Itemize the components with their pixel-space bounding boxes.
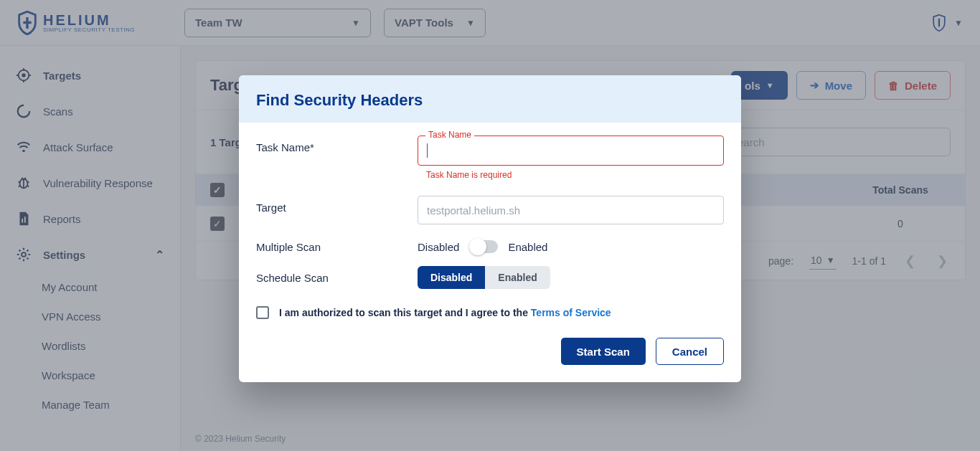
authorize-text: I am authorized to scan this target and … <box>279 307 611 318</box>
multiple-scan-on-label: Enabled <box>508 241 547 253</box>
multiple-scan-label: Multiple Scan <box>256 241 418 253</box>
start-scan-button[interactable]: Start Scan <box>561 338 646 365</box>
target-input[interactable]: testportal.helium.sh <box>418 196 724 224</box>
modal-overlay[interactable]: Find Security Headers Task Name* Task Na… <box>0 0 980 451</box>
multiple-scan-toggle[interactable] <box>469 240 498 253</box>
target-label: Target <box>256 196 418 214</box>
target-value: testportal.helium.sh <box>427 204 520 217</box>
task-name-input[interactable]: Task Name <box>418 136 724 166</box>
modal-title: Find Security Headers <box>256 91 724 110</box>
find-security-headers-modal: Find Security Headers Task Name* Task Na… <box>239 75 741 382</box>
schedule-disabled-button[interactable]: Disabled <box>418 266 485 289</box>
schedule-scan-label: Schedule Scan <box>256 272 418 284</box>
terms-of-service-link[interactable]: Terms of Service <box>531 307 611 318</box>
task-name-label: Task Name* <box>256 136 418 153</box>
authorize-checkbox[interactable] <box>256 306 269 319</box>
schedule-enabled-button[interactable]: Enabled <box>485 266 550 289</box>
text-cursor <box>427 143 428 158</box>
task-name-error: Task Name is required <box>426 170 724 180</box>
task-name-legend: Task Name <box>425 130 474 140</box>
multiple-scan-off-label: Disabled <box>418 241 459 253</box>
schedule-scan-segment: Disabled Enabled <box>418 266 550 289</box>
cancel-button[interactable]: Cancel <box>656 338 724 365</box>
